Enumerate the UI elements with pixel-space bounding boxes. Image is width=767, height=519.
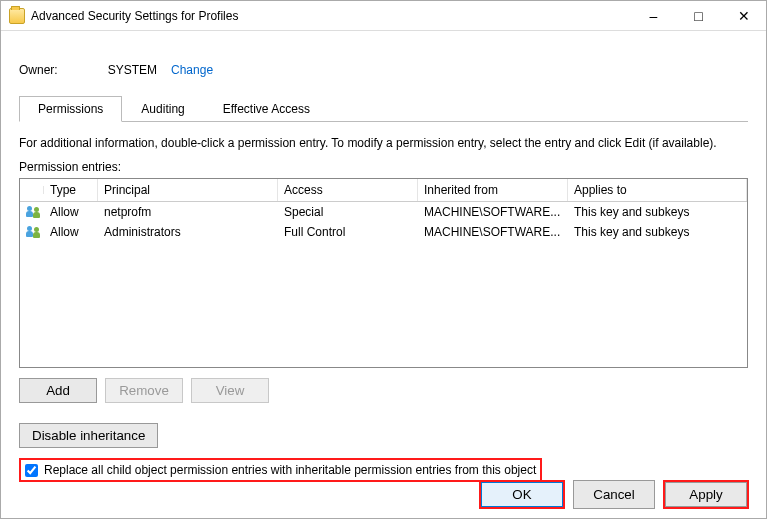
window-title: Advanced Security Settings for Profiles [31, 9, 238, 23]
cell-principal: Administrators [98, 222, 278, 242]
replace-children-checkbox-row[interactable]: Replace all child object permission entr… [19, 458, 542, 482]
tabs: Permissions Auditing Effective Access [19, 95, 748, 122]
cell-applies: This key and subkeys [568, 222, 747, 242]
table-row[interactable]: Allow Administrators Full Control MACHIN… [20, 222, 747, 242]
view-button: View [191, 378, 269, 403]
entries-label: Permission entries: [19, 160, 748, 174]
cell-applies: This key and subkeys [568, 202, 747, 222]
owner-label: Owner: [19, 63, 58, 77]
tab-permissions[interactable]: Permissions [19, 96, 122, 122]
col-applies[interactable]: Applies to [568, 179, 747, 201]
permission-grid[interactable]: Type Principal Access Inherited from App… [19, 178, 748, 368]
add-button[interactable]: Add [19, 378, 97, 403]
grid-header: Type Principal Access Inherited from App… [20, 179, 747, 202]
replace-children-label: Replace all child object permission entr… [44, 463, 536, 477]
window-controls: – □ ✕ [631, 1, 766, 30]
titlebar: Advanced Security Settings for Profiles … [1, 1, 766, 31]
cell-type: Allow [44, 202, 98, 222]
table-row[interactable]: Allow netprofm Special MACHINE\SOFTWARE.… [20, 202, 747, 222]
minimize-button[interactable]: – [631, 1, 676, 30]
replace-children-checkbox[interactable] [25, 464, 38, 477]
cell-inherited: MACHINE\SOFTWARE... [418, 222, 568, 242]
owner-row: Owner: SYSTEM Change [19, 63, 748, 77]
users-icon [26, 225, 42, 239]
dialog-footer: OK Cancel Apply [479, 480, 749, 509]
tab-auditing[interactable]: Auditing [122, 96, 203, 122]
users-icon [26, 205, 42, 219]
apply-button[interactable]: Apply [665, 482, 747, 507]
ok-button[interactable]: OK [481, 482, 563, 507]
col-principal[interactable]: Principal [98, 179, 278, 201]
disable-inheritance-button[interactable]: Disable inheritance [19, 423, 158, 448]
col-type[interactable]: Type [44, 179, 98, 201]
cell-type: Allow [44, 222, 98, 242]
cell-access: Special [278, 202, 418, 222]
col-inherited[interactable]: Inherited from [418, 179, 568, 201]
cell-access: Full Control [278, 222, 418, 242]
folder-icon [9, 8, 25, 24]
col-access[interactable]: Access [278, 179, 418, 201]
cancel-button[interactable]: Cancel [573, 480, 655, 509]
instruction-text: For additional information, double-click… [19, 136, 748, 150]
maximize-button[interactable]: □ [676, 1, 721, 30]
tab-effective-access[interactable]: Effective Access [204, 96, 329, 122]
close-button[interactable]: ✕ [721, 1, 766, 30]
cell-inherited: MACHINE\SOFTWARE... [418, 202, 568, 222]
remove-button: Remove [105, 378, 183, 403]
change-owner-link[interactable]: Change [171, 63, 213, 77]
owner-value: SYSTEM [108, 63, 157, 77]
cell-principal: netprofm [98, 202, 278, 222]
